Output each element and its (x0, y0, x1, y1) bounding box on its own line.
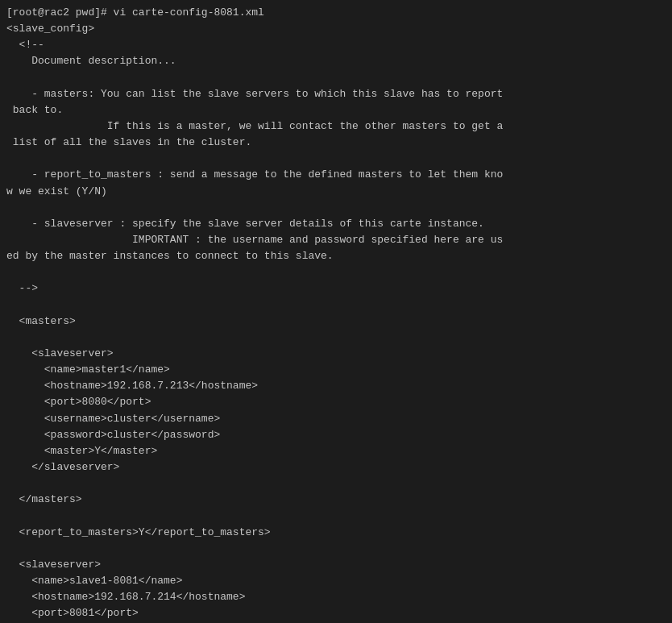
terminal-content: [root@rac2 pwd]# vi carte-config-8081.xm… (0, 3, 672, 623)
terminal-window: [root@rac2 pwd]# vi carte-config-8081.xm… (0, 0, 672, 623)
